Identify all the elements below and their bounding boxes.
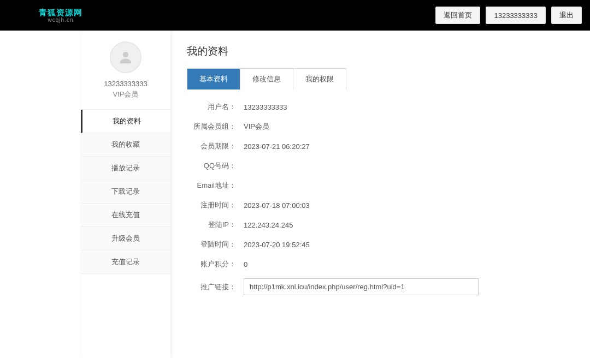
tab-label: 我的权限 xyxy=(305,75,334,83)
referral-link-input[interactable] xyxy=(244,278,479,295)
logout-button[interactable]: 退出 xyxy=(551,7,582,24)
page-title: 我的资料 xyxy=(187,44,563,58)
sidebar-item-label: 在线充值 xyxy=(111,211,140,219)
sidebar-user-level: VIP会员 xyxy=(86,89,165,99)
label-qq: QQ号码： xyxy=(187,161,240,171)
label-email: Email地址： xyxy=(187,181,240,190)
home-button[interactable]: 返回首页 xyxy=(435,7,480,24)
sidebar-item-play-history[interactable]: 播放记录 xyxy=(81,157,170,180)
row-qq: QQ号码： xyxy=(187,160,563,171)
row-loginip: 登陆IP： 122.243.24.245 xyxy=(187,219,563,230)
sidebar-item-recharge-history[interactable]: 充值记录 xyxy=(81,250,170,274)
row-group: 所属会员组： VIP会员 xyxy=(187,121,563,132)
sidebar-item-label: 我的收藏 xyxy=(111,140,140,148)
value-regtime: 2023-07-18 07:00:03 xyxy=(240,201,310,210)
value-expire: 2023-07-21 06:20:27 xyxy=(240,142,310,151)
row-expire: 会员期限： 2023-07-21 06:20:27 xyxy=(187,141,563,152)
label-loginip: 登陆IP： xyxy=(187,220,240,230)
tab-basic-info[interactable]: 基本资料 xyxy=(187,69,240,89)
sidebar-item-download-history[interactable]: 下载记录 xyxy=(81,180,170,204)
sidebar-item-label: 播放记录 xyxy=(111,164,140,172)
sidebar-item-upgrade[interactable]: 升级会员 xyxy=(81,227,170,250)
sidebar-username: 13233333333 xyxy=(86,80,165,88)
row-regtime: 注册时间： 2023-07-18 07:00:03 xyxy=(187,200,563,211)
sidebar-item-label: 升级会员 xyxy=(111,234,140,242)
sidebar-item-label: 充值记录 xyxy=(111,258,140,266)
svg-point-0 xyxy=(123,52,128,57)
label-username: 用户名： xyxy=(187,102,240,112)
sidebar-item-label: 我的资料 xyxy=(113,117,141,125)
tab-label: 修改信息 xyxy=(252,75,281,83)
value-points: 0 xyxy=(240,260,247,268)
top-header: 青狐资源网 wcqjh.cn 返回首页 13233333333 退出 xyxy=(0,0,590,31)
label-points: 账户积分： xyxy=(187,259,240,269)
sidebar-item-favorites[interactable]: 我的收藏 xyxy=(81,133,170,157)
value-loginip: 122.243.24.245 xyxy=(240,221,293,229)
label-reflink: 推广链接： xyxy=(187,282,240,292)
sidebar: 13233333333 VIP会员 我的资料 我的收藏 播放记录 下载记录 在线… xyxy=(81,31,170,358)
site-logo[interactable]: 青狐资源网 wcqjh.cn xyxy=(36,6,86,25)
value-logintime: 2023-07-20 19:52:45 xyxy=(240,241,310,249)
tab-permissions[interactable]: 我的权限 xyxy=(293,69,346,89)
sidebar-item-label: 下载记录 xyxy=(111,187,140,195)
profile-form: 用户名： 13233333333 所属会员组： VIP会员 会员期限： 2023… xyxy=(187,89,563,295)
sidebar-item-recharge[interactable]: 在线充值 xyxy=(81,204,170,227)
label-regtime: 注册时间： xyxy=(187,200,240,210)
main-content: 我的资料 基本资料 修改信息 我的权限 用户名： 13233333333 所属会… xyxy=(170,31,579,358)
value-group: VIP会员 xyxy=(240,122,269,132)
row-username: 用户名： 13233333333 xyxy=(187,102,563,112)
avatar-icon xyxy=(117,49,134,65)
user-profile-block: 13233333333 VIP会员 xyxy=(81,31,170,110)
user-button[interactable]: 13233333333 xyxy=(486,7,546,24)
header-actions: 返回首页 13233333333 退出 xyxy=(435,7,582,24)
sidebar-item-profile[interactable]: 我的资料 xyxy=(81,110,170,133)
label-expire: 会员期限： xyxy=(187,141,240,151)
row-logintime: 登陆时间： 2023-07-20 19:52:45 xyxy=(187,239,563,250)
row-email: Email地址： xyxy=(187,180,563,191)
value-username: 13233333333 xyxy=(240,103,287,111)
avatar xyxy=(110,41,141,73)
row-points: 账户积分： 0 xyxy=(187,259,563,270)
tabs: 基本资料 修改信息 我的权限 xyxy=(187,68,346,89)
tab-edit-info[interactable]: 修改信息 xyxy=(240,69,293,89)
row-reflink: 推广链接： xyxy=(187,278,563,295)
label-group: 所属会员组： xyxy=(187,122,240,132)
tab-label: 基本资料 xyxy=(199,75,228,83)
label-logintime: 登陆时间： xyxy=(187,240,240,249)
